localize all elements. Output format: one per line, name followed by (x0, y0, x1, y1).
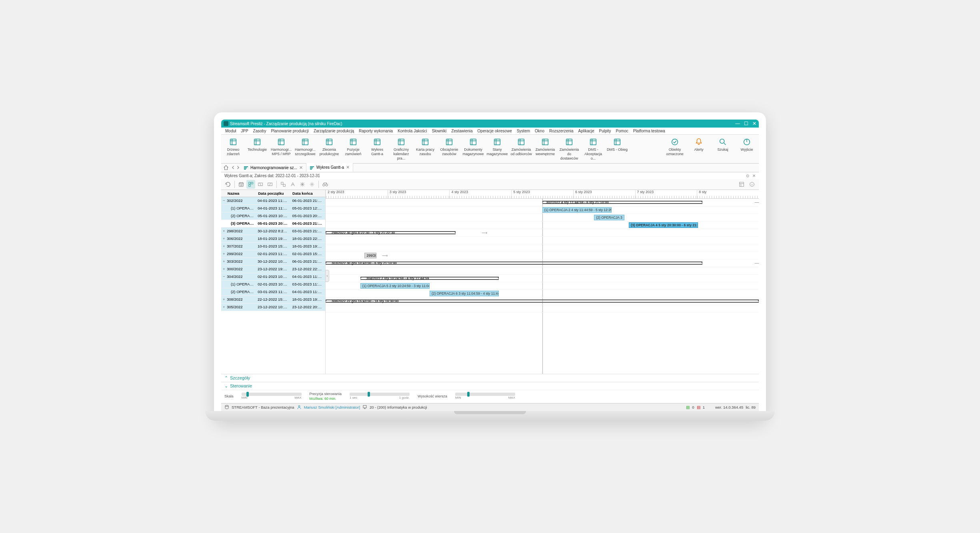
control-panel-header[interactable]: ⌄Sterowanie (221, 382, 759, 390)
tool-technologie[interactable]: Technologie (245, 135, 269, 163)
tool-harmonogr-szczeg-owe[interactable]: Harmonogr... szczegółowe (293, 135, 317, 163)
pin-icon[interactable]: ⊙ (746, 174, 749, 178)
tool-zam-wienia-wewn-trzne[interactable]: Zamówienia wewnętrzne (533, 135, 557, 163)
bar-op4[interactable]: (3) OPERACJA 4 5 sty 20:30:00 - 6 sty 21… (629, 222, 698, 228)
tool-drzewo-zdarze-[interactable]: Drzewo zdarzeń (221, 135, 245, 163)
tool-graficzny-kalendarz-pra-[interactable]: Graficzny kalendarz pra... (389, 135, 413, 163)
table-row[interactable]: (2) OPERACJA 305-01-2023 10:25:0005-01-2… (221, 212, 325, 220)
calendar-icon[interactable]: 18 (237, 180, 246, 189)
tool-alerty[interactable]: Alerty (687, 135, 711, 163)
table-row[interactable]: +307/202210-01-2023 15:24:5918-01-2023 1… (221, 243, 325, 250)
tool-stany-magazynowe[interactable]: Stany magazynowe (485, 135, 509, 163)
collapse-handle[interactable]: ‹ (325, 270, 329, 282)
refresh-icon[interactable] (224, 180, 232, 189)
menu-planowanie-produkcji[interactable]: Planowanie produkcji (268, 129, 311, 133)
tool-zam-wienia-od-odbiorc-w[interactable]: Zamówienia od odbiorców (509, 135, 533, 163)
tool-b-icon[interactable] (288, 180, 297, 189)
tool-pozycje-zam-wie-[interactable]: Pozycje zamówień (341, 135, 365, 163)
table-row[interactable]: −304/202202-01-2023 10:24:5904-01-2023 1… (221, 273, 325, 281)
sum-298: 298/2022 30 gru 8:22:30 - 3 sty 21:22:30 (330, 230, 396, 236)
tool-dokumenty-magazynowe[interactable]: Dokumenty magazynowe (461, 135, 485, 163)
menu-platforma-testowa[interactable]: Platforma testowa (631, 129, 668, 133)
close-panel-icon[interactable]: ✕ (752, 174, 756, 178)
col-start-header[interactable]: Data początku (256, 190, 291, 197)
table-row[interactable]: +305/202223-12-2022 10:32:0023-12-2022 2… (221, 303, 325, 311)
table-row[interactable]: +300/202223-12-2022 19:19:0023-12-2022 2… (221, 266, 325, 273)
sum-303: 303/2022 30 gru 10:43:00 - 6 sty 21:10:0… (330, 260, 398, 266)
close-button[interactable]: ✕ (752, 121, 756, 126)
table-row[interactable]: +303/202230-12-2022 10:43:0006-01-2023 2… (221, 258, 325, 266)
zoom-out-icon[interactable] (256, 180, 265, 189)
binoculars-icon[interactable] (321, 180, 330, 189)
tool-a-icon[interactable] (279, 180, 288, 189)
tool-wykres-gantt-a[interactable]: Wykres Gantt-a (365, 135, 389, 163)
svg-point-17 (672, 139, 678, 145)
menu-pulpity[interactable]: Pulpity (597, 129, 614, 133)
menu-słowniki[interactable]: Słowniki (430, 129, 449, 133)
menu-jpp[interactable]: JPP (238, 129, 250, 133)
tool-dms-obieg[interactable]: DMS - Obieg (605, 135, 629, 163)
menu-moduł[interactable]: Moduł (223, 129, 238, 133)
home-icon[interactable] (222, 164, 230, 171)
menu-kontrola-jakości[interactable]: Kontrola Jakości (395, 129, 429, 133)
tool-dms-akceptacja-o-[interactable]: DMS - Akceptacja o... (581, 135, 605, 163)
table-row[interactable]: (1) OPERACJA 502-01-2023 10:24:5903-01-2… (221, 281, 325, 288)
menu-operacje-okresowe[interactable]: Operacje okresowe (475, 129, 514, 133)
svg-rect-24 (310, 168, 313, 168)
bar-op2[interactable]: (1) OPERACJA 2 4 sty 11:44:59 - 5 sty 12… (542, 207, 612, 213)
col-end-header[interactable]: Data końca (291, 190, 325, 197)
tool-szukaj[interactable]: Szukaj (711, 135, 735, 163)
menu-aplikacje[interactable]: Aplikacje (576, 129, 597, 133)
nav-back-forward-icon[interactable] (232, 164, 239, 171)
tool-obci-enie-zasob-w[interactable]: Obciążenie zasobów (437, 135, 461, 163)
layout-icon[interactable] (737, 180, 746, 189)
details-panel-header[interactable]: ⌃Szczegóły (221, 374, 759, 382)
svg-rect-38 (740, 182, 744, 186)
scale-slider[interactable] (242, 393, 302, 396)
menu-rozszerzenia[interactable]: Rozszerzenia (547, 129, 576, 133)
tab-wykres-gantt-a[interactable]: Wykres Gantt-a✕ (306, 163, 353, 172)
menu-okno[interactable]: Okno (532, 129, 547, 133)
rowheight-slider[interactable] (455, 393, 515, 396)
minimize-button[interactable]: — (735, 121, 740, 126)
tool-karta-pracy-zasobu[interactable]: Karta pracy zasobu (413, 135, 437, 163)
tab-close-icon[interactable]: ✕ (299, 165, 303, 170)
precision-slider[interactable] (350, 393, 410, 396)
table-row[interactable]: −302/202204-01-2023 11:44:5906-01-2023 2… (221, 197, 325, 205)
table-row[interactable]: +299/202202-01-2023 11:15:0002-01-2023 1… (221, 250, 325, 258)
tool-zam-wienia-do-dostawc-w[interactable]: Zamówienia do dostawców (557, 135, 581, 163)
menu-zestawienia[interactable]: Zestawienia (449, 129, 475, 133)
tool-harmonogr-mps-mrp[interactable]: Harmonogr... MPS / MRP (269, 135, 293, 163)
menu-system[interactable]: System (514, 129, 532, 133)
table-row[interactable]: (1) OPERACJA 204-01-2023 11:44:5905-01-2… (221, 205, 325, 212)
svg-rect-13 (542, 139, 548, 145)
zoom-in-icon[interactable] (266, 180, 274, 189)
table-row[interactable]: (2) OPERACJA 603-01-2023 11:04:5904-01-2… (221, 288, 325, 296)
tool-c-icon[interactable] (298, 180, 307, 189)
view-mode-icon[interactable] (246, 180, 255, 189)
bar-op3[interactable]: (2) OPERACJA 3 (594, 215, 624, 220)
bar-op6[interactable]: (2) OPERACJA 6 3 sty 11:04:59 - 4 sty 11… (430, 291, 499, 296)
table-row[interactable]: +298/202230-12-2022 8:22:3003-01-2023 21… (221, 228, 325, 235)
menu-raporty-wykonania[interactable]: Raporty wykonania (356, 129, 395, 133)
col-name-header[interactable]: Nazwa (226, 190, 256, 197)
tool-obiekty-oznaczone[interactable]: Obiekty oznaczone (663, 135, 687, 163)
svg-point-35 (311, 184, 313, 185)
tool-wyj-cie[interactable]: Wyjście (735, 135, 759, 163)
doc-red-icon: ▤ (697, 405, 700, 409)
tool-zlecenia-produkcyjne[interactable]: Zlecenia produkcyjne (317, 135, 341, 163)
bar-299[interactable]: 299/20 (364, 253, 376, 258)
maximize-button[interactable]: ☐ (744, 121, 748, 126)
table-row[interactable]: +308/202222-12-2022 15:43:0018-01-2023 1… (221, 296, 325, 303)
table-row[interactable]: (3) OPERACJA 405-01-2023 20:30:0006-01-2… (221, 220, 325, 228)
menu-zasoby[interactable]: Zasoby (251, 129, 269, 133)
table-row[interactable]: +306/202218-01-2023 19:30:0018-01-2023 2… (221, 235, 325, 243)
menu-pomoc[interactable]: Pomoc (614, 129, 631, 133)
settings-icon[interactable] (308, 180, 316, 189)
menu-zarządzanie-produkcją[interactable]: Zarządzanie produkcją (311, 129, 356, 133)
tab-close-icon[interactable]: ✕ (346, 165, 350, 170)
info-icon[interactable] (748, 180, 756, 189)
tab-harmonogramowanie-sz-[interactable]: Harmonogramowanie sz...✕ (240, 163, 306, 172)
svg-rect-25 (310, 169, 312, 170)
bar-op5[interactable]: (1) OPERACJA 5 2 sty 10:24:59 - 3 sty 11… (360, 283, 430, 289)
